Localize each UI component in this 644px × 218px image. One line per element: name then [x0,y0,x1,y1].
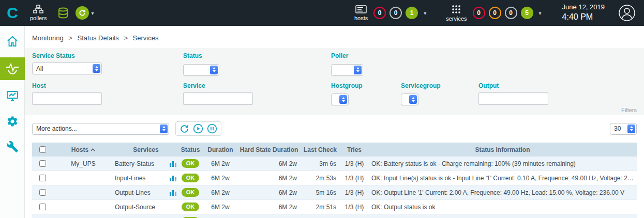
table-row: Output-Lines OK 6M 2w 6M 2w 5m 16s 1/3 (… [32,185,637,200]
header-status[interactable]: Status [178,146,203,153]
datetime: June 12, 2019 4:40 PM [562,3,605,23]
graph-icon[interactable] [170,175,176,181]
header-duration[interactable]: Duration [203,146,238,153]
service-status-select[interactable]: All [32,63,102,74]
breadcrumb-services[interactable]: Services [133,34,159,42]
status-select[interactable] [183,64,219,76]
servicegroup-select[interactable] [401,94,418,105]
more-actions-select[interactable]: More actions... [32,123,169,135]
graph-icon[interactable] [170,161,176,167]
rows-per-page-value: 30 [614,125,624,132]
table-row: Output-Source OK 6M 2w 6M 2w 2m 51s 1/3 … [32,200,637,214]
row-checkbox[interactable] [39,175,46,181]
sidebar-item-reporting[interactable] [0,87,25,105]
breadcrumb-status-details[interactable]: Status Details [78,34,119,42]
host-input[interactable] [32,92,102,105]
graph-icon[interactable] [170,190,176,196]
table-row: Input-Lines OK 6M 2w 6M 2w 2m 53s 1/3 (H… [32,171,637,185]
hostgroup-select[interactable] [331,94,349,105]
sidebar-item-home[interactable] [0,32,25,51]
header-hosts-label: Hosts [71,146,88,153]
database-icon [57,7,69,19]
status-information-cell: OK: Output Line '1' Current: 2.00 A, Fre… [368,189,637,196]
header-last-check[interactable]: Last Check [300,146,340,153]
last-check-cell: 2m 51s [300,204,340,211]
pollers-menu[interactable]: pollers [30,5,47,21]
services-menu[interactable]: services [446,5,467,22]
row-checkbox[interactable] [39,160,46,167]
hosts-down-badge[interactable]: 0 [373,7,386,19]
actions-toolbar: More actions... [25,115,644,143]
centreon-app: C pollers ▾ [0,0,644,218]
tries-cell: 1/3 (H) [340,204,368,211]
home-icon [6,35,19,48]
play-button[interactable] [193,123,203,134]
refresh-button[interactable] [179,124,189,134]
pause-button[interactable] [207,123,217,134]
header-services[interactable]: Services [114,146,178,153]
header-tries[interactable]: Tries [340,146,368,153]
chevron-down-icon[interactable]: ▾ [539,10,542,16]
service-status-label: Service Status [32,52,183,59]
service-link[interactable]: Output-Lines [115,189,151,196]
services-table: Hosts Services Status Duration Hard Stat… [32,143,637,218]
poller-state-button[interactable]: ▾ [76,6,94,20]
duration-cell: 6M 2w [203,204,238,211]
select-all-checkbox[interactable] [39,146,46,153]
header-status-information[interactable]: Status information [368,146,637,153]
status-badge: OK [182,174,200,182]
database-status-button[interactable] [57,7,69,19]
breadcrumb-separator: > [124,34,128,42]
date-label: June 12, 2019 [562,3,605,12]
service-link[interactable]: Battery-Status [115,160,154,167]
last-check-cell: 2m 53s [300,175,340,182]
hosts-up-badge[interactable]: 1 [406,7,418,19]
breadcrumb: Monitoring > Status Details > Services [25,26,644,48]
status-information-cell: OK: Input Line(s) status is ok - Input L… [368,175,637,182]
servicegroup-label: Servicegroup [401,82,478,89]
poller-label: Poller [331,52,401,59]
header-hard-state-duration[interactable]: Hard State Duration [238,146,300,153]
sidebar-item-configuration[interactable] [0,112,25,131]
tries-cell: 1/3 (H) [340,189,368,196]
hosts-unreachable-badge[interactable]: 0 [390,7,402,19]
service-link[interactable]: Output-Source [115,204,155,211]
services-critical-badge[interactable]: 0 [473,7,485,19]
output-input[interactable] [478,92,548,105]
monitoring-action-buttons [175,121,221,136]
sort-ascending-icon [91,148,95,151]
row-checkbox[interactable] [39,189,46,196]
services-ok-badge[interactable]: 5 [521,7,533,19]
sidebar-item-administration[interactable] [0,137,25,156]
duration-cell: 6M 2w [203,175,238,182]
centreon-logo[interactable]: C [0,0,25,26]
rows-per-page-select[interactable]: 30 [610,123,637,135]
breadcrumb-monitoring[interactable]: Monitoring [32,34,64,42]
page-body: Monitoring > Status Details > Services S… [0,26,644,218]
chevron-down-icon[interactable]: ▾ [424,10,426,16]
sidebar-item-monitoring[interactable] [0,57,25,80]
user-icon [618,4,636,22]
services-unknown-badge[interactable]: 0 [505,7,517,19]
table-header: Hosts Services Status Duration Hard Stat… [32,143,637,157]
header-hosts[interactable]: Hosts [53,146,114,153]
sync-circle [76,6,89,20]
hard-state-duration-cell: 6M 2w [238,204,300,211]
chevron-down-icon[interactable]: ▾ [91,10,94,16]
row-checkbox[interactable] [39,204,46,210]
service-link[interactable]: Input-Lines [115,175,145,182]
user-menu-button[interactable] [618,4,636,22]
poller-select[interactable] [331,64,363,76]
services-warning-badge[interactable]: 0 [489,7,501,19]
pollers-icon [33,5,43,13]
topbar: C pollers ▾ [0,0,644,26]
host-link[interactable]: My_UPS [71,160,95,167]
service-input[interactable] [183,92,253,105]
hosts-icon [355,5,367,13]
hard-state-duration-cell: 6M 2w [238,160,300,167]
hosts-menu[interactable]: hosts [354,5,368,21]
status-badge: OK [182,159,200,168]
select-stepper-icon [409,95,417,104]
configuration-gear-icon [6,115,19,128]
administration-wrench-icon [6,141,19,153]
